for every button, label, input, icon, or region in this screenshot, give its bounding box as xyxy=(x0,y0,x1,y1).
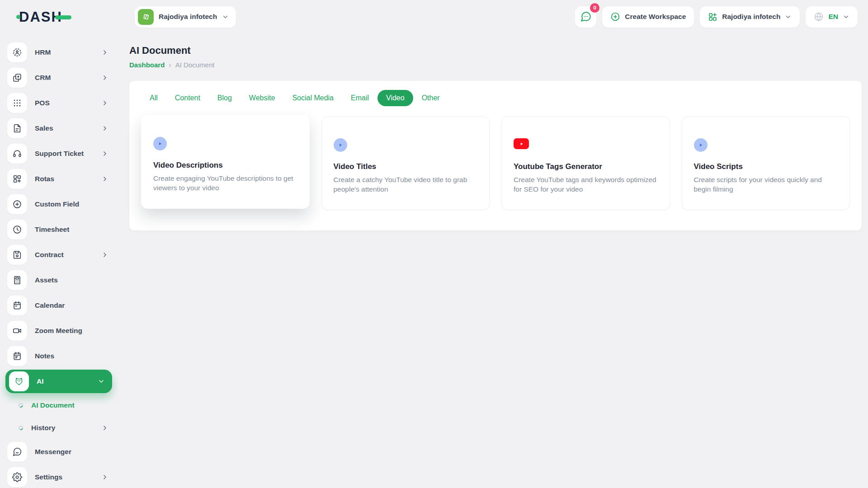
company-selector-label: Rajodiya infotech xyxy=(722,13,780,21)
sidebar-item-support-ticket[interactable]: Support Ticket xyxy=(0,141,118,166)
custom-field-icon xyxy=(7,194,27,214)
create-workspace-label: Create Workspace xyxy=(625,13,686,21)
card-description: Create scripts for your videos quickly a… xyxy=(694,175,838,194)
rotas-icon xyxy=(7,169,27,189)
tab-label: All xyxy=(150,94,158,102)
sidebar-item-label: Notes xyxy=(35,352,108,360)
language-selector-label: EN xyxy=(828,13,838,21)
card-video-descriptions[interactable]: Video Descriptions Create engaging YouTu… xyxy=(141,115,310,209)
page-title: AI Document xyxy=(129,45,862,56)
breadcrumb-separator: › xyxy=(169,61,171,69)
header-actions: 0 Create Workspace Rajodiya infotech EN xyxy=(575,6,858,28)
sidebar-item-rotas[interactable]: Rotas xyxy=(0,166,118,192)
tab-content[interactable]: Content xyxy=(166,90,209,106)
sidebar-item-label: Support Ticket xyxy=(35,150,101,158)
breadcrumb-dashboard-link[interactable]: Dashboard xyxy=(129,61,165,69)
sidebar-item-label: HRM xyxy=(35,48,101,56)
chevron-down-icon xyxy=(843,14,849,20)
sidebar-item-history[interactable]: History xyxy=(0,417,118,439)
sidebar-item-ai[interactable]: AI xyxy=(5,370,112,393)
sidebar-item-assets[interactable]: Assets xyxy=(0,267,118,293)
card-description: Create YouTube tags and keywords optimiz… xyxy=(514,175,658,194)
hrm-icon xyxy=(7,42,27,62)
sidebar-item-hrm[interactable]: HRM xyxy=(0,40,118,65)
zoom-meeting-icon xyxy=(7,321,27,341)
tab-video[interactable]: Video xyxy=(377,90,413,106)
tab-blog[interactable]: Blog xyxy=(209,90,241,106)
calendar-icon xyxy=(7,296,27,315)
sidebar-item-label: Contract xyxy=(35,251,101,259)
chevron-right-icon xyxy=(101,251,108,258)
sidebar-item-zoom-meeting[interactable]: Zoom Meeting xyxy=(0,318,118,343)
contract-icon xyxy=(7,245,27,265)
sidebar-item-calendar[interactable]: Calendar xyxy=(0,293,118,318)
chevron-right-icon xyxy=(101,424,108,432)
sidebar-item-label: POS xyxy=(35,99,101,107)
card-title: Video Descriptions xyxy=(153,161,297,170)
sidebar-item-timesheet[interactable]: Timesheet xyxy=(0,217,118,242)
play-circle-icon xyxy=(153,137,297,150)
card-description: Create engaging YouTube descriptions to … xyxy=(153,174,297,193)
messenger-icon xyxy=(7,442,27,462)
sidebar-item-label: CRM xyxy=(35,74,101,82)
assets-icon xyxy=(7,270,27,290)
sidebar-item-contract[interactable]: Contract xyxy=(0,242,118,267)
company-selector[interactable]: Rajodiya infotech xyxy=(700,6,800,28)
pos-icon xyxy=(7,93,27,113)
card-title: Video Titles xyxy=(334,162,478,171)
sidebar-item-settings[interactable]: Settings xyxy=(0,465,118,488)
card-description: Create a catchy YouTube video title to g… xyxy=(334,175,478,194)
breadcrumb-current: AI Document xyxy=(175,61,215,69)
sidebar-item-custom-field[interactable]: Custom Field xyxy=(0,192,118,217)
sidebar-item-label: Assets xyxy=(35,276,108,284)
breadcrumb: Dashboard › AI Document xyxy=(129,61,862,69)
chevron-right-icon xyxy=(98,378,105,385)
sidebar-item-label: Messenger xyxy=(35,448,108,456)
chevron-down-icon xyxy=(222,14,229,20)
sidebar-item-label: Sales xyxy=(35,124,101,132)
messages-button[interactable]: 0 xyxy=(575,6,596,28)
play-circle-icon xyxy=(694,138,838,152)
sidebar-item-pos[interactable]: POS xyxy=(0,90,118,116)
sidebar-item-label: AI Document xyxy=(31,401,108,409)
sidebar-item-sales[interactable]: Sales xyxy=(0,116,118,141)
logo-dash-icon xyxy=(55,15,71,19)
globe-icon xyxy=(814,12,824,22)
tab-label: Video xyxy=(386,94,405,102)
workspace-selector[interactable]: Rajodiya infotech xyxy=(135,6,236,28)
chevron-right-icon xyxy=(101,49,108,56)
sidebar-item-label: Timesheet xyxy=(35,225,108,234)
workspace-logo-icon xyxy=(138,9,154,25)
sidebar-item-messenger[interactable]: Messenger xyxy=(0,439,118,465)
sidebar-item-notes[interactable]: Notes xyxy=(0,343,118,369)
card-video-scripts[interactable]: Video Scripts Create scripts for your vi… xyxy=(682,116,850,210)
bullet-icon xyxy=(18,402,24,408)
org-grid-icon xyxy=(708,12,717,22)
card-youtube-tags-generator[interactable]: Youtube Tags Generator Create YouTube ta… xyxy=(501,116,670,210)
tab-social-media[interactable]: Social Media xyxy=(283,90,342,106)
card-video-titles[interactable]: Video Titles Create a catchy YouTube vid… xyxy=(321,116,490,210)
top-header: DASH Rajodiya infotech 0 Create Workspac… xyxy=(0,0,868,33)
chat-bubble-icon xyxy=(580,11,592,23)
language-selector[interactable]: EN xyxy=(806,6,858,28)
tab-other[interactable]: Other xyxy=(413,90,448,106)
sidebar-item-crm[interactable]: CRM xyxy=(0,65,118,90)
sidebar-item-label: Settings xyxy=(35,473,101,481)
sidebar-item-label: Custom Field xyxy=(35,200,108,208)
brand-logo[interactable]: DASH xyxy=(16,10,93,24)
chevron-right-icon xyxy=(101,125,108,132)
tab-label: Email xyxy=(351,94,369,102)
tab-website[interactable]: Website xyxy=(241,90,284,106)
create-workspace-button[interactable]: Create Workspace xyxy=(602,6,694,28)
template-cards: Video Descriptions Create engaging YouTu… xyxy=(129,106,862,210)
bullet-icon xyxy=(18,425,24,431)
play-circle-icon xyxy=(334,138,478,152)
support-ticket-icon xyxy=(7,144,27,164)
tab-email[interactable]: Email xyxy=(342,90,377,106)
plus-circle-icon xyxy=(610,12,620,22)
sidebar-item-label: History xyxy=(31,424,101,432)
tab-all[interactable]: All xyxy=(141,90,166,106)
main-content: AI Document Dashboard › AI Document All … xyxy=(118,33,868,488)
sidebar-item-ai-document[interactable]: AI Document xyxy=(0,394,118,417)
chevron-right-icon xyxy=(101,150,108,157)
